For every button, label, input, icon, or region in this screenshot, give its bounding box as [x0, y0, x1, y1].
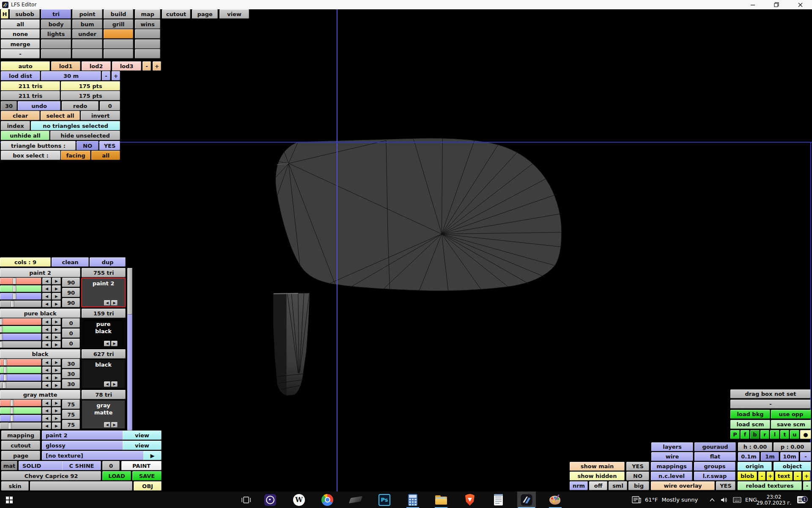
slider-right-arrow[interactable]: ▶	[52, 407, 61, 414]
btn-invert[interactable]: invert	[81, 111, 120, 120]
slider-handle[interactable]	[4, 359, 7, 365]
btn-layers[interactable]: layers	[651, 442, 693, 451]
slider-left-arrow[interactable]: ◀	[42, 285, 51, 292]
btn-origin[interactable]: origin	[738, 462, 772, 471]
btn-grill[interactable]: grill	[104, 19, 133, 29]
slider-left-arrow[interactable]: ◀	[42, 400, 51, 406]
btn-blob[interactable]: blob	[738, 472, 757, 480]
material-value[interactable]: 90	[62, 288, 80, 297]
color-swatch-orange[interactable]	[104, 29, 133, 39]
btn-clear[interactable]: clear	[1, 111, 40, 120]
pts-count-2[interactable]: 175 pts	[61, 91, 120, 100]
material-value[interactable]: 30	[62, 379, 80, 389]
taskbar-icon-chrome[interactable]	[318, 491, 337, 508]
slider-handle[interactable]	[11, 301, 14, 307]
btn-subob[interactable]: subob	[10, 9, 40, 19]
material-slider-x[interactable]	[0, 341, 41, 348]
btn-obj[interactable]: OBJ	[134, 481, 162, 491]
btn-map[interactable]: map	[135, 9, 160, 19]
slider-right-arrow[interactable]: ▶	[52, 341, 61, 348]
clean-button[interactable]: clean	[52, 257, 89, 267]
page-next[interactable]: ▶	[143, 451, 162, 460]
blank-cell[interactable]	[135, 29, 160, 39]
slider-left-arrow[interactable]: ◀	[42, 293, 51, 300]
material-slider-b[interactable]	[0, 293, 41, 300]
slider-left-arrow[interactable]: ◀	[42, 374, 51, 381]
grid-1m[interactable]: 1m	[761, 452, 779, 461]
material-name[interactable]: gray matte	[0, 390, 80, 399]
material-slider-g[interactable]	[0, 407, 41, 414]
slider-right-arrow[interactable]: ▶	[52, 367, 61, 373]
swatch-next[interactable]: ▶	[111, 422, 118, 428]
box-select-all[interactable]: all	[91, 151, 120, 160]
reload-minus[interactable]: -	[803, 481, 811, 490]
slider-left-arrow[interactable]: ◀	[42, 422, 51, 429]
volume-button[interactable]	[718, 491, 730, 508]
tris-count-2[interactable]: 211 tris	[1, 91, 60, 100]
slider-left-arrow[interactable]: ◀	[42, 278, 51, 284]
materials-scrollbar-thumb[interactable]	[127, 268, 132, 315]
btn-mapping[interactable]: mapping	[1, 431, 40, 440]
slider-left-arrow[interactable]: ◀	[42, 318, 51, 325]
btn-index[interactable]: index	[1, 121, 30, 130]
slider-right-arrow[interactable]: ▶	[52, 359, 61, 366]
material-value[interactable]: 75	[62, 420, 80, 429]
lod-dist-plus[interactable]: +	[112, 71, 120, 80]
slider-right-arrow[interactable]: ▶	[52, 326, 61, 333]
btn-reload-textures[interactable]: reload textures	[738, 481, 802, 490]
view-t[interactable]: t	[780, 430, 789, 439]
slider-right-arrow[interactable]: ▶	[52, 374, 61, 381]
nrm-off[interactable]: off	[589, 481, 607, 490]
redo-count[interactable]: 0	[100, 101, 120, 110]
slider-handle[interactable]	[0, 334, 3, 340]
material-tri-count[interactable]: 627 tri	[82, 349, 126, 359]
drag-box-status[interactable]: drag box not set	[730, 389, 811, 398]
pts-count[interactable]: 175 pts	[61, 81, 120, 91]
material-slider-r[interactable]	[0, 400, 41, 406]
triangle-buttons-no[interactable]: NO	[77, 141, 99, 150]
text-minus[interactable]: -	[794, 472, 801, 480]
material-slider-r[interactable]	[0, 278, 41, 284]
touch-keyboard-button[interactable]	[731, 491, 743, 508]
btn-unhide-all[interactable]: unhide all	[1, 131, 49, 140]
triangle-buttons-yes[interactable]: YES	[99, 141, 120, 150]
btn-text[interactable]: text	[775, 472, 793, 480]
btn-under[interactable]: under	[72, 29, 102, 39]
minus-row-button[interactable]: -	[1, 49, 40, 58]
taskbar-icon-circle-app[interactable]	[261, 491, 280, 508]
swatch-next[interactable]: ▶	[111, 341, 118, 346]
mapping-value[interactable]: paint 2	[42, 431, 125, 440]
blank-cell[interactable]	[41, 39, 71, 49]
slider-handle[interactable]	[8, 423, 11, 429]
taskbar-icon-calculator[interactable]	[403, 491, 422, 508]
material-value[interactable]: 75	[62, 410, 80, 419]
pitch-value[interactable]: p : 0.00	[774, 442, 811, 451]
vehicle-name[interactable]: Chevy Caprice 92	[1, 471, 101, 480]
drag-box-dash[interactable]: -	[730, 400, 811, 409]
minimize-button[interactable]	[741, 0, 765, 9]
hidden-icons-button[interactable]	[707, 491, 717, 508]
taskbar-icon-slab-app[interactable]	[346, 491, 365, 508]
btn-show-main[interactable]: show main	[570, 462, 625, 471]
material-slider-g[interactable]	[0, 285, 41, 292]
slider-left-arrow[interactable]: ◀	[42, 359, 51, 366]
tris-count[interactable]: 211 tris	[1, 81, 60, 91]
btn-page[interactable]: page	[1, 451, 40, 460]
btn-merge[interactable]: merge	[1, 39, 40, 49]
btn-wire[interactable]: wire	[651, 452, 693, 461]
btn-hide-unselected[interactable]: hide unselected	[50, 131, 120, 140]
view-p[interactable]: P	[730, 430, 740, 439]
slider-handle[interactable]	[0, 342, 3, 348]
btn-object[interactable]: object	[774, 462, 811, 471]
btn-wire-overlay[interactable]: wire overlay	[651, 481, 715, 490]
slider-handle[interactable]	[13, 293, 16, 299]
btn-select-all[interactable]: select all	[41, 111, 80, 120]
weather-widget[interactable]: 61°F Mostly sunny	[632, 491, 698, 508]
view-u[interactable]: u	[790, 430, 799, 439]
show-hidden-no[interactable]: NO	[626, 472, 649, 480]
slider-handle[interactable]	[13, 286, 16, 292]
taskbar-icon-lfs-editor[interactable]	[517, 491, 536, 508]
slider-left-arrow[interactable]: ◀	[42, 407, 51, 414]
mat-shine-value[interactable]: 0	[102, 461, 120, 470]
material-slider-r[interactable]	[0, 318, 41, 325]
